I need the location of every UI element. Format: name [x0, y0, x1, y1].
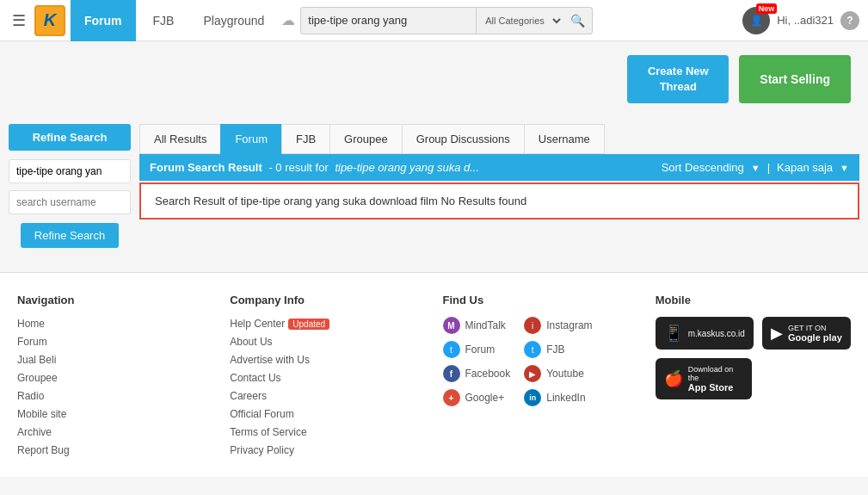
list-item: in LinkedIn — [524, 389, 592, 406]
keyword-input[interactable] — [9, 159, 131, 183]
google-play-icon: ▶ — [771, 324, 783, 343]
no-results-box: Search Result of tipe-tipe orang yang su… — [139, 183, 859, 220]
list-item: f Facebook — [443, 365, 511, 382]
tab-forum[interactable]: Forum — [220, 124, 281, 154]
find-us-col2: i Instagram t FJB ▶ Youtube in LinkedIn — [524, 317, 592, 413]
list-item: Groupee — [17, 371, 212, 384]
instagram-icon: i — [524, 317, 541, 334]
find-us-title: Find Us — [443, 294, 638, 306]
tab-username[interactable]: Username — [524, 124, 605, 154]
mobile-buttons: 📱 m.kaskus.co.id ▶ GET IT ON Google play… — [656, 317, 851, 399]
username-input[interactable] — [9, 190, 131, 214]
weather-icon: ☁ — [281, 12, 295, 28]
company-title: Company Info — [230, 294, 425, 306]
tab-group-discussions[interactable]: Group Discussions — [402, 124, 524, 154]
tabs: All Results Forum FJB Groupee Group Disc… — [139, 124, 859, 154]
kapan-button[interactable]: Kapan saja — [777, 161, 833, 174]
list-item: M MindTalk — [443, 317, 511, 334]
header: ☰ K Forum FJB Playground ☁ All Categorie… — [0, 0, 868, 41]
nav-forum[interactable]: Forum — [71, 0, 136, 41]
list-item: Home — [17, 317, 212, 330]
list-item: Help CenterUpdated — [230, 317, 425, 330]
start-selling-button[interactable]: Start Selling — [739, 55, 851, 103]
footer-navigation: Navigation Home Forum Jual Beli Groupee … — [17, 294, 212, 456]
msite-text: m.kaskus.co.id — [688, 328, 745, 339]
content: All Results Forum FJB Groupee Group Disc… — [139, 117, 868, 255]
mobile-title: Mobile — [656, 294, 851, 306]
footer-mobile: Mobile 📱 m.kaskus.co.id ▶ GET IT ON Goog… — [656, 294, 851, 456]
logo-box: K — [34, 5, 65, 36]
footer-find-us: Find Us M MindTalk t Forum f Facebook — [443, 294, 638, 456]
list-item: ▶ Youtube — [524, 365, 592, 382]
list-item: Terms of Service — [230, 425, 425, 438]
linkedin-icon: in — [524, 389, 541, 406]
help-icon[interactable]: ? — [840, 11, 859, 30]
create-thread-button[interactable]: Create NewThread — [627, 55, 729, 103]
list-item: Radio — [17, 389, 212, 402]
list-item: Forum — [17, 335, 212, 348]
refine-search-button[interactable]: Refine Search — [21, 223, 119, 248]
sort-button[interactable]: Sort Descending — [662, 161, 744, 174]
apple-icon: 🍎 — [664, 369, 683, 388]
list-item: i Instagram — [524, 317, 592, 334]
tab-groupee[interactable]: Groupee — [329, 124, 402, 154]
nav-title: Navigation — [17, 294, 212, 306]
search-area: All Categories 🔍 — [300, 7, 593, 34]
search-button[interactable]: 🔍 — [563, 14, 592, 28]
avatar: 👤 New — [742, 7, 770, 34]
search-input[interactable] — [301, 14, 476, 27]
footer-company: Company Info Help CenterUpdated About Us… — [230, 294, 425, 456]
footer: Navigation Home Forum Jual Beli Groupee … — [0, 272, 868, 477]
list-item: t Forum — [443, 341, 511, 358]
updated-badge: Updated — [288, 319, 329, 330]
list-item: Contact Us — [230, 371, 425, 384]
mindtalk-icon: M — [443, 317, 460, 334]
list-item: About Us — [230, 335, 425, 348]
appstore-button[interactable]: 🍎 Download on the App Store — [656, 358, 752, 399]
sidebar: Refine Search Refine Search — [0, 117, 139, 255]
twitter-fjb-icon: t — [524, 341, 541, 358]
tab-fjb[interactable]: FJB — [281, 124, 329, 154]
facebook-icon: f — [443, 365, 460, 382]
list-item: Report Bug — [17, 443, 212, 456]
twitter-forum-icon: t — [443, 341, 460, 358]
list-item: Privacy Policy — [230, 443, 425, 456]
action-bar: Create NewThread Start Selling — [0, 41, 868, 117]
new-badge: New — [756, 3, 778, 14]
sort-divider: | — [767, 161, 770, 174]
logo-k: K — [44, 10, 56, 30]
list-item: Mobile site — [17, 407, 212, 420]
list-item: + Google+ — [443, 389, 511, 406]
find-us-col1: M MindTalk t Forum f Facebook + Google+ — [443, 317, 511, 413]
nav-fjb[interactable]: FJB — [141, 0, 187, 41]
gplus-icon: + — [443, 389, 460, 406]
list-item: Archive — [17, 425, 212, 438]
kapan-chevron: ▼ — [840, 163, 849, 173]
hi-text: Hi, ..adi321 — [777, 14, 834, 27]
list-item: Official Forum — [230, 407, 425, 420]
list-item: Careers — [230, 389, 425, 402]
avatar-initials: 👤 — [750, 15, 763, 27]
sort-area: Sort Descending ▼ | Kapan saja ▼ — [662, 161, 849, 174]
footer-grid: Navigation Home Forum Jual Beli Groupee … — [17, 294, 851, 456]
refine-search-header: Refine Search — [9, 124, 131, 151]
msite-button[interactable]: 📱 m.kaskus.co.id — [656, 317, 754, 350]
results-header: Forum Search Result - 0 result for tipe-… — [139, 154, 859, 181]
nav-playground[interactable]: Playground — [191, 0, 276, 41]
youtube-icon: ▶ — [524, 365, 541, 382]
main: Refine Search Refine Search All Results … — [0, 117, 868, 272]
list-item: t FJB — [524, 341, 592, 358]
google-play-text: GET IT ON Google play — [788, 324, 842, 343]
list-item: Advertise with Us — [230, 353, 425, 366]
header-right: 👤 New Hi, ..adi321 ? — [742, 7, 859, 34]
google-play-button[interactable]: ▶ GET IT ON Google play — [762, 317, 851, 350]
sort-chevron: ▼ — [751, 163, 760, 173]
category-select[interactable]: All Categories — [476, 8, 563, 34]
results-title: Forum Search Result - 0 result for tipe-… — [150, 161, 479, 174]
hamburger-button[interactable]: ☰ — [9, 8, 29, 34]
list-item: Jual Beli — [17, 353, 212, 366]
phone-icon: 📱 — [664, 324, 683, 343]
appstore-text: Download on the App Store — [688, 365, 743, 393]
tab-all-results[interactable]: All Results — [139, 124, 220, 154]
